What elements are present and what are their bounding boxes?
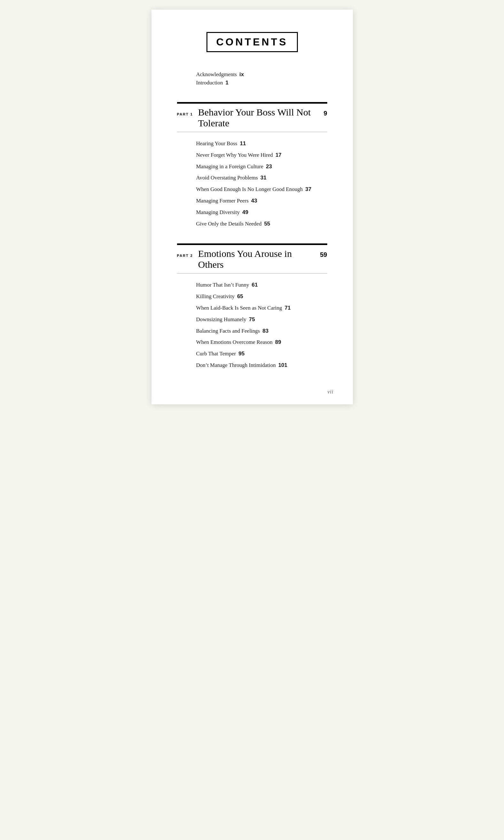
chapter-page: 49: [242, 209, 248, 215]
chapter-title: Avoid Overstating Problems: [196, 175, 258, 181]
part-2-page: 59: [320, 251, 327, 258]
chapter-item: Avoid Overstating Problems31: [196, 174, 327, 182]
chapter-item: Balancing Facts and Feelings83: [196, 327, 327, 335]
chapter-page: 65: [237, 293, 243, 299]
chapter-title: Killing Creativity: [196, 293, 235, 299]
chapter-page: 23: [266, 164, 272, 170]
chapter-item: Give Only the Details Needed55: [196, 220, 327, 228]
chapter-title: Balancing Facts and Feelings: [196, 328, 260, 334]
front-matter-acknowledgments: Acknowledgmentsix: [196, 71, 327, 78]
part-1-label: PART 1: [177, 112, 193, 116]
chapter-page: 11: [240, 140, 246, 147]
chapter-item: Managing Former Peers43: [196, 197, 327, 205]
chapter-item: Never Forget Why You Were Hired17: [196, 151, 327, 159]
part-2-label: PART 2: [177, 253, 193, 257]
chapter-page: 71: [285, 305, 291, 311]
chapter-item: Don’t Manage Through Intimidation101: [196, 361, 327, 369]
chapter-item: When Laid-Back Is Seen as Not Caring71: [196, 304, 327, 312]
page-footer: vii: [328, 389, 334, 395]
part-1-section: PART 1 Behavior Your Boss Will Not Toler…: [177, 102, 327, 227]
chapter-item: Managing in a Foreign Culture23: [196, 163, 327, 171]
book-page: CONTENTS Acknowledgmentsix Introduction1…: [151, 10, 353, 404]
chapter-title: Curb That Temper: [196, 350, 236, 357]
chapter-title: Never Forget Why You Were Hired: [196, 152, 273, 158]
part-1-page: 9: [323, 110, 327, 117]
contents-title-wrapper: CONTENTS: [177, 32, 327, 52]
front-matter-section: Acknowledgmentsix Introduction1: [177, 71, 327, 86]
chapter-title: Downsizing Humanely: [196, 316, 247, 323]
part-2-chapters: Humor That Isn’t Funny61 Killing Creativ…: [177, 281, 327, 369]
chapter-title: Managing in a Foreign Culture: [196, 164, 264, 170]
chapter-page: 101: [278, 362, 287, 368]
contents-title: CONTENTS: [206, 32, 298, 52]
chapter-page: 17: [275, 152, 282, 158]
chapter-page: 43: [251, 198, 257, 204]
introduction-page: 1: [226, 80, 229, 86]
chapter-title: When Good Enough Is No Longer Good Enoug…: [196, 186, 303, 192]
chapter-page: 83: [263, 328, 268, 334]
front-matter-introduction: Introduction1: [196, 80, 327, 86]
chapter-page: 37: [305, 186, 311, 192]
chapter-title: When Laid-Back Is Seen as Not Caring: [196, 305, 282, 311]
part-1-title: Behavior Your Boss Will Not Tolerate: [198, 107, 319, 128]
chapter-item: Hearing Your Boss11: [196, 140, 327, 148]
chapter-title: Hearing Your Boss: [196, 140, 237, 147]
chapter-item: When Emotions Overcome Reason89: [196, 339, 327, 346]
chapter-title: Don’t Manage Through Intimidation: [196, 362, 276, 368]
acknowledgments-label: Acknowledgments: [196, 71, 237, 78]
chapter-page: 61: [252, 282, 258, 288]
chapter-item: Humor That Isn’t Funny61: [196, 281, 327, 289]
chapter-title: Managing Former Peers: [196, 198, 249, 204]
chapter-title: Humor That Isn’t Funny: [196, 282, 249, 288]
part-2-title: Emotions You Arouse in Others: [198, 248, 315, 270]
part-1-chapters: Hearing Your Boss11 Never Forget Why You…: [177, 140, 327, 227]
chapter-item: When Good Enough Is No Longer Good Enoug…: [196, 186, 327, 193]
chapter-item: Downsizing Humanely75: [196, 316, 327, 323]
chapter-title: When Emotions Overcome Reason: [196, 339, 273, 345]
part-1-header: PART 1 Behavior Your Boss Will Not Toler…: [177, 102, 327, 132]
part-2-section: PART 2 Emotions You Arouse in Others 59 …: [177, 243, 327, 369]
chapter-title: Give Only the Details Needed: [196, 221, 262, 227]
chapter-page: 31: [260, 175, 267, 181]
chapter-page: 75: [249, 316, 255, 323]
chapter-page: 89: [275, 339, 281, 345]
chapter-item: Curb That Temper95: [196, 350, 327, 358]
footer-page-number: vii: [328, 389, 334, 394]
part-2-header: PART 2 Emotions You Arouse in Others 59: [177, 243, 327, 274]
chapter-page: 95: [238, 350, 245, 357]
chapter-title: Managing Diversity: [196, 209, 240, 215]
chapter-page: 55: [264, 221, 270, 227]
introduction-label: Introduction: [196, 80, 223, 86]
acknowledgments-page: ix: [239, 71, 244, 78]
chapter-item: Managing Diversity49: [196, 209, 327, 216]
chapter-item: Killing Creativity65: [196, 293, 327, 301]
